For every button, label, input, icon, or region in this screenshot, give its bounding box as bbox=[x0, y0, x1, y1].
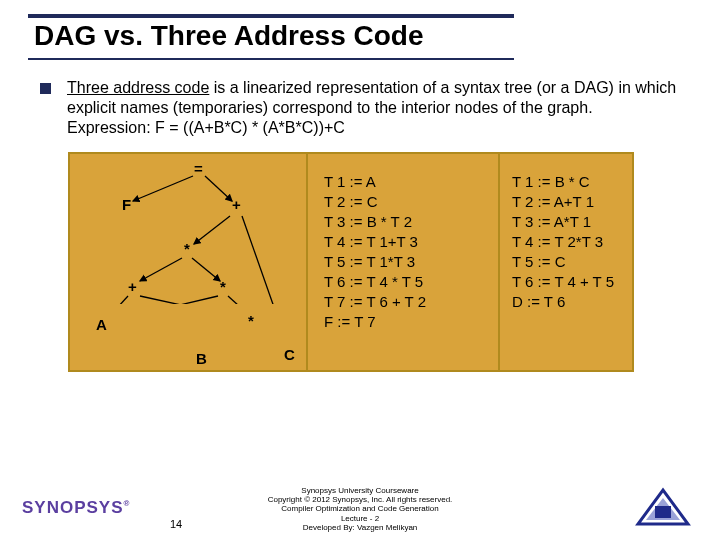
diagram-row: = F + * + * A * B C T 1 := A T 2 := C T … bbox=[68, 152, 690, 372]
dag-star2: * bbox=[220, 278, 226, 295]
tac-line: T 3 := B * T 2 bbox=[324, 212, 488, 232]
tac-panel: T 1 := A T 2 := C T 3 := B * T 2 T 4 := … bbox=[308, 152, 500, 372]
paragraph-text: Three address code is a linearized repre… bbox=[67, 78, 690, 138]
dag-panel: = F + * + * A * B C bbox=[68, 152, 308, 372]
footer-line: Compiler Optimization and Code Generatio… bbox=[0, 504, 720, 513]
opt-line: D := T 6 bbox=[512, 292, 624, 312]
tac-line: T 6 := T 4 * T 5 bbox=[324, 272, 488, 292]
expression-line: Expression: F = ((A+B*C) * (A*B*C))+C bbox=[67, 119, 345, 136]
dag-A: A bbox=[96, 316, 107, 333]
bullet-icon bbox=[40, 83, 51, 94]
svg-line-6 bbox=[107, 296, 128, 304]
svg-line-3 bbox=[242, 216, 288, 304]
slide-title: DAG vs. Three Address Code bbox=[34, 20, 514, 52]
tac-line: F := T 7 bbox=[324, 312, 488, 332]
dag-star3: * bbox=[248, 312, 254, 329]
svg-line-4 bbox=[140, 258, 182, 281]
opt-line: T 2 := A+T 1 bbox=[512, 192, 624, 212]
svg-line-5 bbox=[192, 258, 220, 281]
opt-line: T 1 := B * C bbox=[512, 172, 624, 192]
dag-eq: = bbox=[194, 160, 203, 177]
optimized-tac-panel: T 1 := B * C T 2 := A+T 1 T 3 := A*T 1 T… bbox=[500, 152, 634, 372]
body-paragraph: Three address code is a linearized repre… bbox=[40, 78, 690, 138]
underline-lead: Three address code bbox=[67, 79, 209, 96]
svg-line-1 bbox=[205, 176, 232, 201]
tac-line: T 2 := C bbox=[324, 192, 488, 212]
svg-rect-14 bbox=[655, 506, 671, 518]
dag-F: F bbox=[122, 196, 131, 213]
footer-line: Developed By: Vazgen Melikyan bbox=[0, 523, 720, 532]
svg-line-9 bbox=[228, 296, 250, 304]
opt-line: T 3 := A*T 1 bbox=[512, 212, 624, 232]
tac-line: T 4 := T 1+T 3 bbox=[324, 232, 488, 252]
dag-B: B bbox=[196, 350, 207, 367]
tac-line: T 5 := T 1*T 3 bbox=[324, 252, 488, 272]
svg-line-0 bbox=[133, 176, 193, 201]
dag-star1: * bbox=[184, 240, 190, 257]
footer-line: Copyright © 2012 Synopsys, Inc. All righ… bbox=[0, 495, 720, 504]
opt-line: T 6 := T 4 + T 5 bbox=[512, 272, 624, 292]
partner-logo bbox=[632, 484, 694, 528]
footer-line: Synopsys University Courseware bbox=[0, 486, 720, 495]
tac-line: T 7 := T 6 + T 2 bbox=[324, 292, 488, 312]
dag-plus2: + bbox=[128, 278, 137, 295]
title-bar: DAG vs. Three Address Code bbox=[28, 14, 514, 60]
dag-C: C bbox=[284, 346, 295, 363]
svg-line-8 bbox=[112, 296, 218, 304]
tac-line: T 1 := A bbox=[324, 172, 488, 192]
footer: Synopsys University Courseware Copyright… bbox=[0, 486, 720, 532]
footer-line: Lecture - 2 bbox=[0, 514, 720, 523]
dag-plus1: + bbox=[232, 196, 241, 213]
opt-line: T 4 := T 2*T 3 bbox=[512, 232, 624, 252]
opt-line: T 5 := C bbox=[512, 252, 624, 272]
svg-line-2 bbox=[194, 216, 230, 244]
